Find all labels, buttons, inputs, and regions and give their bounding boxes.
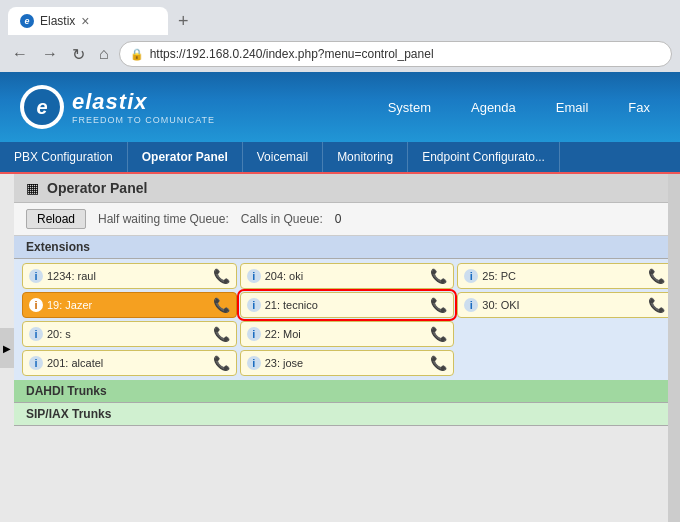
half-waiting-label: Half waiting time Queue:: [98, 212, 229, 226]
ext-1234[interactable]: i 1234: raul 📞: [22, 263, 237, 289]
ext-label-20: 20: s: [47, 328, 209, 340]
right-scrollbar[interactable]: [668, 174, 680, 522]
header-nav: System Agenda Email Fax: [368, 92, 680, 123]
back-button[interactable]: ←: [8, 43, 32, 65]
logo-letter: e: [36, 96, 47, 119]
ext-label-23: 23: jose: [265, 357, 427, 369]
phone-icon-20: 📞: [213, 326, 230, 342]
url-text: https://192.168.0.240/index.php?menu=con…: [150, 47, 434, 61]
sip-trunks: SIP/IAX Trunks: [14, 403, 680, 426]
panel-icon: ▦: [26, 180, 39, 196]
nav-voicemail[interactable]: Voicemail: [243, 142, 323, 172]
nav-operator-panel[interactable]: Operator Panel: [128, 142, 243, 172]
info-icon-19: i: [29, 298, 43, 312]
ext-label-21: 21: tecnico: [265, 299, 427, 311]
ext-20[interactable]: i 20: s 📞: [22, 321, 237, 347]
logo-circle: e: [20, 85, 64, 129]
active-tab[interactable]: e Elastix ×: [8, 7, 168, 35]
ext-label-22: 22: Moi: [265, 328, 427, 340]
ext-label-30: 30: OKI: [482, 299, 644, 311]
tab-close-button[interactable]: ×: [81, 14, 89, 28]
info-icon-21: i: [247, 298, 261, 312]
extensions-header: Extensions: [14, 236, 680, 259]
home-button[interactable]: ⌂: [95, 43, 113, 65]
info-icon-1234: i: [29, 269, 43, 283]
ext-201[interactable]: i 201: alcatel 📞: [22, 350, 237, 376]
phone-icon-1234: 📞: [213, 268, 230, 284]
info-icon-30: i: [464, 298, 478, 312]
nav-email[interactable]: Email: [536, 92, 609, 123]
info-icon-22: i: [247, 327, 261, 341]
logo-text-area: elastix FREEDOM TO COMUNICATE: [72, 89, 215, 125]
ext-21[interactable]: i 21: tecnico 📞: [240, 292, 455, 318]
info-icon-20: i: [29, 327, 43, 341]
page-content: ▶ ▦ Operator Panel Reload Half waiting t…: [0, 174, 680, 522]
ext-204[interactable]: i 204: oki 📞: [240, 263, 455, 289]
browser-window: e Elastix × + ← → ↻ ⌂ 🔒 https://192.168.…: [0, 0, 680, 522]
forward-button[interactable]: →: [38, 43, 62, 65]
nav-endpoint-config[interactable]: Endpoint Configurato...: [408, 142, 560, 172]
info-icon-201: i: [29, 356, 43, 370]
ext-25[interactable]: i 25: PC 📞: [457, 263, 672, 289]
lock-icon: 🔒: [130, 48, 144, 61]
ext-label-201: 201: alcatel: [47, 357, 209, 369]
left-panel-arrow[interactable]: ▶: [0, 328, 14, 368]
operator-panel-header: ▦ Operator Panel: [14, 174, 680, 203]
new-tab-button[interactable]: +: [172, 11, 195, 32]
nav-system[interactable]: System: [368, 92, 451, 123]
address-bar-row: ← → ↻ ⌂ 🔒 https://192.168.0.240/index.ph…: [0, 36, 680, 72]
reload-browser-button[interactable]: ↻: [68, 43, 89, 66]
info-icon-23: i: [247, 356, 261, 370]
dahdi-trunks: DAHDI Trunks: [14, 380, 680, 403]
page-title: Operator Panel: [47, 180, 147, 196]
nav-pbx-config[interactable]: PBX Configuration: [0, 142, 128, 172]
ext-label-25: 25: PC: [482, 270, 644, 282]
ext-label-19: 19: Jazer: [47, 299, 209, 311]
phone-icon-22: 📞: [430, 326, 447, 342]
ext-23[interactable]: i 23: jose 📞: [240, 350, 455, 376]
calls-in-queue-value: 0: [335, 212, 342, 226]
phone-icon-21: 📞: [430, 297, 447, 313]
logo-name: elastix: [72, 89, 215, 115]
phone-icon-25: 📞: [648, 268, 665, 284]
info-icon-25: i: [464, 269, 478, 283]
tab-title: Elastix: [40, 14, 75, 28]
phone-icon-19: 📞: [213, 297, 230, 313]
op-toolbar: Reload Half waiting time Queue: Calls in…: [14, 203, 680, 236]
nav-agenda[interactable]: Agenda: [451, 92, 536, 123]
logo-area: e elastix FREEDOM TO COMUNICATE: [0, 75, 235, 139]
nav-monitoring[interactable]: Monitoring: [323, 142, 408, 172]
phone-icon-201: 📞: [213, 355, 230, 371]
ext-22[interactable]: i 22: Moi 📞: [240, 321, 455, 347]
calls-in-queue-label: Calls in Queue:: [241, 212, 323, 226]
tab-bar: e Elastix × +: [0, 0, 680, 36]
ext-label-1234: 1234: raul: [47, 270, 209, 282]
ext-label-204: 204: oki: [265, 270, 427, 282]
ext-30[interactable]: i 30: OKI 📞: [457, 292, 672, 318]
phone-icon-30: 📞: [648, 297, 665, 313]
reload-button[interactable]: Reload: [26, 209, 86, 229]
nav-fax[interactable]: Fax: [608, 92, 670, 123]
logo-inner: e: [24, 89, 60, 125]
tab-favicon: e: [20, 14, 34, 28]
phone-icon-23: 📞: [430, 355, 447, 371]
elastix-header: e elastix FREEDOM TO COMUNICATE System A…: [0, 72, 680, 142]
phone-icon-204: 📞: [430, 268, 447, 284]
info-icon-204: i: [247, 269, 261, 283]
ext-19[interactable]: i 19: Jazer 📞: [22, 292, 237, 318]
extensions-grid: i 1234: raul 📞 i 204: oki 📞 i 25: PC 📞: [14, 259, 680, 380]
main-nav: PBX Configuration Operator Panel Voicema…: [0, 142, 680, 174]
address-bar[interactable]: 🔒 https://192.168.0.240/index.php?menu=c…: [119, 41, 672, 67]
logo-tagline: FREEDOM TO COMUNICATE: [72, 115, 215, 125]
